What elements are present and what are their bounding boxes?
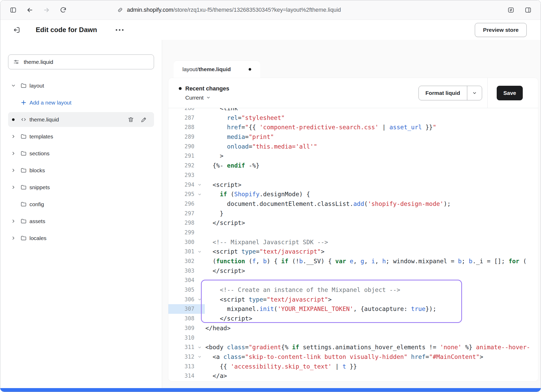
code-line-307[interactable]: 307 mixpanel.init('YOUR_MIXPANEL_TOKEN',…	[168, 304, 538, 314]
split-view-icon[interactable]	[522, 4, 534, 16]
code-line-295[interactable]: 295 if (Shopify.designMode) {	[168, 189, 538, 199]
format-liquid-button[interactable]: Format liquid	[419, 86, 482, 100]
code-line-313[interactable]: 313 {{ 'accessibility.skip_to_text' | t …	[168, 362, 538, 371]
code-line-298[interactable]: 298 </script>	[168, 218, 538, 228]
fold-chevron-icon[interactable]	[194, 180, 205, 190]
sidebar-item-templates[interactable]: templates	[8, 129, 154, 144]
code-line-301[interactable]: 301 <script type="text/javascript">	[168, 247, 538, 256]
chevron-right-icon[interactable]	[8, 236, 19, 241]
chevron-right-icon[interactable]	[8, 134, 19, 139]
more-options-icon[interactable]	[113, 27, 126, 33]
chevron-down-icon[interactable]	[467, 86, 482, 100]
chevron-right-icon[interactable]	[8, 185, 19, 190]
code-text[interactable]: <script type="text/javascript">	[205, 295, 538, 304]
code-text[interactable]: <!-- Create an instance of the Mixpanel …	[205, 285, 538, 295]
sidebar-item-blocks[interactable]: blocks	[8, 163, 154, 178]
forward-icon[interactable]	[40, 4, 52, 16]
code-line-311[interactable]: 311<body class="gradient{% if settings.a…	[168, 342, 538, 352]
chevron-right-icon[interactable]	[8, 168, 19, 173]
code-text[interactable]: mixpanel.init('YOUR_MIXPANEL_TOKEN', {au…	[205, 304, 538, 314]
code-line-306[interactable]: 306 <script type="text/javascript">	[168, 295, 538, 304]
code-line-286[interactable]: 286 <link	[168, 108, 538, 113]
code-line-292[interactable]: 292 {%- endif -%}	[168, 161, 538, 170]
code-text[interactable]: (function (f, b) { if (!b.__SV) { var e,…	[205, 256, 538, 266]
code-text[interactable]: <script type="text/javascript">	[205, 247, 538, 256]
fold-chevron-icon[interactable]	[194, 189, 205, 199]
version-dropdown[interactable]: Current	[185, 95, 229, 101]
sidebar-item-layout[interactable]: layout	[8, 78, 154, 93]
url-bar[interactable]: admin.shopify.com/store/rzq1xu-f5/themes…	[117, 7, 341, 13]
code-line-296[interactable]: 296 document.documentElement.classList.a…	[168, 199, 538, 209]
pencil-icon[interactable]	[140, 116, 147, 123]
code-text[interactable]	[205, 333, 538, 343]
add-layout-action[interactable]: Add a new layout	[8, 95, 154, 110]
code-text[interactable]: </script>	[205, 266, 538, 276]
sidebar-item-assets[interactable]: assets	[8, 214, 154, 229]
code-text[interactable]: rel="stylesheet"	[205, 113, 538, 123]
code-text[interactable]	[205, 170, 538, 180]
chevron-down-icon[interactable]	[8, 83, 19, 88]
code-line-304[interactable]: 304	[168, 275, 538, 285]
tab-theme-liquid[interactable]: layout/theme.liquid	[174, 61, 260, 78]
sidebar-item-config[interactable]: config	[8, 197, 154, 212]
chevron-right-icon[interactable]	[8, 219, 19, 224]
switcher-icon[interactable]	[505, 4, 517, 16]
code-text[interactable]	[205, 275, 538, 285]
code-line-288[interactable]: 288 href="{{ 'component-predictive-searc…	[168, 123, 538, 132]
code-line-297[interactable]: 297 }	[168, 209, 538, 218]
save-button[interactable]: Save	[497, 86, 523, 100]
code-text[interactable]: <link	[205, 108, 538, 113]
code-line-312[interactable]: 312 <a class="skip-to-content-link butto…	[168, 352, 538, 362]
code-line-308[interactable]: 308 </script>	[168, 314, 538, 323]
code-line-303[interactable]: 303 </script>	[168, 266, 538, 276]
code-line-293[interactable]: 293	[168, 170, 538, 180]
sidebar-item-locales[interactable]: locales	[8, 231, 154, 246]
sidebar-item-theme-liquid[interactable]: theme.liquid	[8, 112, 154, 127]
code-line-314[interactable]: 314 </a>	[168, 371, 538, 381]
code-text[interactable]: </a>	[205, 371, 538, 381]
fold-chevron-icon[interactable]	[194, 342, 205, 352]
code-editor[interactable]: 286 <link287 rel="stylesheet"288 href="{…	[168, 108, 538, 381]
code-text[interactable]: <body class="gradient{% if settings.anim…	[205, 342, 538, 352]
code-text[interactable]: onload="this.media='all'"	[205, 142, 538, 151]
sidebar-item-sections[interactable]: sections	[8, 146, 154, 161]
code-line-300[interactable]: 300 <!-- Mixpanel Javascript SDK -->	[168, 237, 538, 247]
code-text[interactable]: media="print"	[205, 132, 538, 142]
reload-icon[interactable]	[57, 4, 69, 16]
code-line-294[interactable]: 294 <script>	[168, 180, 538, 190]
code-text[interactable]: </script>	[205, 314, 538, 323]
code-line-290[interactable]: 290 onload="this.media='all'"	[168, 142, 538, 151]
code-text[interactable]: <a class="skip-to-content-link button vi…	[205, 352, 538, 362]
code-text[interactable]: <script>	[205, 180, 538, 190]
fold-chevron-icon[interactable]	[194, 295, 205, 304]
back-icon[interactable]	[24, 4, 36, 16]
code-line-289[interactable]: 289 media="print"	[168, 132, 538, 142]
code-text[interactable]: {%- endif -%}	[205, 161, 538, 170]
code-text[interactable]: <!-- Mixpanel Javascript SDK -->	[205, 237, 538, 247]
code-line-309[interactable]: 309</head>	[168, 323, 538, 333]
fold-chevron-icon[interactable]	[194, 247, 205, 256]
code-line-305[interactable]: 305 <!-- Create an instance of the Mixpa…	[168, 285, 538, 295]
code-text[interactable]: {{ 'accessibility.skip_to_text' | t }}	[205, 362, 538, 371]
code-text[interactable]: </head>	[205, 323, 538, 333]
chevron-right-icon[interactable]	[8, 151, 19, 156]
code-line-310[interactable]: 310	[168, 333, 538, 343]
file-search[interactable]	[8, 54, 154, 69]
code-line-291[interactable]: 291 >	[168, 151, 538, 161]
code-text[interactable]	[205, 228, 538, 237]
code-line-287[interactable]: 287 rel="stylesheet"	[168, 113, 538, 123]
code-text[interactable]: href="{{ 'component-predictive-search.cs…	[205, 123, 538, 132]
sidebar-toggle-icon[interactable]	[7, 4, 19, 16]
fold-chevron-icon[interactable]	[194, 352, 205, 362]
code-text[interactable]: document.documentElement.classList.add('…	[205, 199, 538, 209]
preview-store-button[interactable]: Preview store	[475, 23, 527, 37]
code-text[interactable]: </script>	[205, 218, 538, 228]
code-text[interactable]: if (Shopify.designMode) {	[205, 189, 538, 199]
code-line-299[interactable]: 299	[168, 228, 538, 237]
code-text[interactable]: }	[205, 209, 538, 218]
code-line-302[interactable]: 302 (function (f, b) { if (!b.__SV) { va…	[168, 256, 538, 266]
sidebar-item-snippets[interactable]: snippets	[8, 180, 154, 195]
trash-icon[interactable]	[127, 116, 134, 123]
code-text[interactable]: >	[205, 151, 538, 161]
exit-icon[interactable]	[11, 24, 23, 36]
